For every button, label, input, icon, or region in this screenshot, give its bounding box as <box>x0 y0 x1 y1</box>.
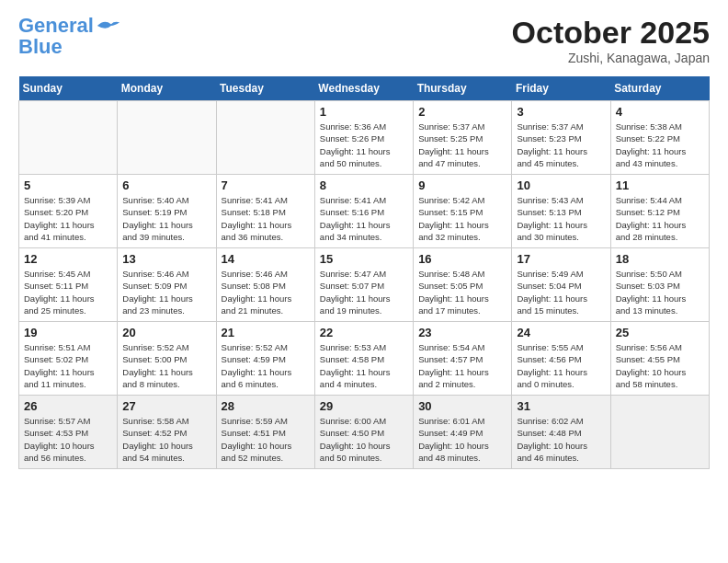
week-row-5: 26Sunrise: 5:57 AM Sunset: 4:53 PM Dayli… <box>19 396 710 469</box>
day-number: 29 <box>320 399 408 413</box>
day-info: Sunrise: 5:56 AM Sunset: 4:55 PM Dayligh… <box>616 341 704 390</box>
weekday-header-monday: Monday <box>118 76 216 101</box>
day-number: 19 <box>24 326 112 339</box>
weekday-header-row: SundayMondayTuesdayWednesdayThursdayFrid… <box>19 76 710 101</box>
week-row-2: 5Sunrise: 5:39 AM Sunset: 5:20 PM Daylig… <box>19 175 710 248</box>
calendar-cell: 19Sunrise: 5:51 AM Sunset: 5:02 PM Dayli… <box>19 322 118 396</box>
weekday-header-friday: Friday <box>512 76 610 101</box>
weekday-header-sunday: Sunday <box>19 76 118 101</box>
day-info: Sunrise: 5:59 AM Sunset: 4:51 PM Dayligh… <box>222 415 310 464</box>
calendar-cell: 24Sunrise: 5:55 AM Sunset: 4:56 PM Dayli… <box>512 322 610 396</box>
day-info: Sunrise: 5:41 AM Sunset: 5:16 PM Dayligh… <box>320 194 408 243</box>
day-number: 22 <box>320 326 408 339</box>
day-number: 27 <box>122 399 210 413</box>
day-info: Sunrise: 5:51 AM Sunset: 5:02 PM Dayligh… <box>24 341 112 390</box>
calendar-cell: 10Sunrise: 5:43 AM Sunset: 5:13 PM Dayli… <box>512 175 610 248</box>
day-info: Sunrise: 5:36 AM Sunset: 5:26 PM Dayligh… <box>320 121 408 169</box>
day-info: Sunrise: 5:37 AM Sunset: 5:23 PM Dayligh… <box>517 121 605 169</box>
calendar-cell <box>118 101 216 175</box>
week-row-1: 1Sunrise: 5:36 AM Sunset: 5:26 PM Daylig… <box>19 101 710 175</box>
day-number: 3 <box>517 105 605 119</box>
calendar-cell <box>216 101 314 175</box>
day-number: 5 <box>24 178 112 192</box>
calendar-cell: 25Sunrise: 5:56 AM Sunset: 4:55 PM Dayli… <box>610 322 709 396</box>
day-info: Sunrise: 5:55 AM Sunset: 4:56 PM Dayligh… <box>517 341 605 390</box>
day-number: 2 <box>418 105 506 119</box>
day-info: Sunrise: 5:49 AM Sunset: 5:04 PM Dayligh… <box>517 268 605 316</box>
day-number: 20 <box>122 326 210 339</box>
calendar-container: General Blue October 2025 Zushi, Kanagaw… <box>0 0 728 478</box>
day-info: Sunrise: 5:46 AM Sunset: 5:08 PM Dayligh… <box>222 268 310 316</box>
calendar-cell: 7Sunrise: 5:41 AM Sunset: 5:18 PM Daylig… <box>216 175 314 248</box>
calendar-cell: 3Sunrise: 5:37 AM Sunset: 5:23 PM Daylig… <box>512 101 610 175</box>
calendar-cell: 23Sunrise: 5:54 AM Sunset: 4:57 PM Dayli… <box>414 322 512 396</box>
day-number: 16 <box>418 252 506 266</box>
day-info: Sunrise: 5:54 AM Sunset: 4:57 PM Dayligh… <box>418 341 506 390</box>
title-block: October 2025 Zushi, Kanagawa, Japan <box>512 15 710 65</box>
calendar-cell: 2Sunrise: 5:37 AM Sunset: 5:25 PM Daylig… <box>414 101 512 175</box>
calendar-cell: 22Sunrise: 5:53 AM Sunset: 4:58 PM Dayli… <box>314 322 413 396</box>
calendar-cell: 12Sunrise: 5:45 AM Sunset: 5:11 PM Dayli… <box>19 248 118 322</box>
calendar-cell: 1Sunrise: 5:36 AM Sunset: 5:26 PM Daylig… <box>314 101 413 175</box>
day-info: Sunrise: 5:58 AM Sunset: 4:52 PM Dayligh… <box>122 415 210 464</box>
day-info: Sunrise: 5:38 AM Sunset: 5:22 PM Dayligh… <box>616 121 704 169</box>
day-number: 1 <box>320 105 408 119</box>
logo-blue: Blue <box>18 37 121 57</box>
day-info: Sunrise: 6:02 AM Sunset: 4:48 PM Dayligh… <box>517 415 605 464</box>
calendar-cell: 8Sunrise: 5:41 AM Sunset: 5:16 PM Daylig… <box>314 175 413 248</box>
day-info: Sunrise: 6:00 AM Sunset: 4:50 PM Dayligh… <box>320 415 408 464</box>
day-info: Sunrise: 5:50 AM Sunset: 5:03 PM Dayligh… <box>616 268 704 316</box>
day-info: Sunrise: 5:52 AM Sunset: 4:59 PM Dayligh… <box>222 341 310 390</box>
day-info: Sunrise: 5:41 AM Sunset: 5:18 PM Dayligh… <box>222 194 310 243</box>
week-row-4: 19Sunrise: 5:51 AM Sunset: 5:02 PM Dayli… <box>19 322 710 396</box>
day-number: 15 <box>320 252 408 266</box>
week-row-3: 12Sunrise: 5:45 AM Sunset: 5:11 PM Dayli… <box>19 248 710 322</box>
calendar-cell: 15Sunrise: 5:47 AM Sunset: 5:07 PM Dayli… <box>314 248 413 322</box>
day-number: 25 <box>616 326 704 339</box>
day-number: 30 <box>418 399 506 413</box>
logo-icon <box>96 17 121 35</box>
calendar-cell: 14Sunrise: 5:46 AM Sunset: 5:08 PM Dayli… <box>216 248 314 322</box>
day-number: 24 <box>517 326 605 339</box>
day-number: 6 <box>122 178 210 192</box>
day-number: 23 <box>418 326 506 339</box>
month-title: October 2025 <box>512 15 710 51</box>
day-info: Sunrise: 5:57 AM Sunset: 4:53 PM Dayligh… <box>24 415 112 464</box>
day-number: 31 <box>517 399 605 413</box>
calendar-cell: 27Sunrise: 5:58 AM Sunset: 4:52 PM Dayli… <box>118 396 216 469</box>
day-number: 13 <box>122 252 210 266</box>
header: General Blue October 2025 Zushi, Kanagaw… <box>18 15 710 65</box>
day-number: 7 <box>222 178 310 192</box>
calendar-cell: 31Sunrise: 6:02 AM Sunset: 4:48 PM Dayli… <box>512 396 610 469</box>
day-number: 11 <box>616 178 704 192</box>
calendar-cell: 9Sunrise: 5:42 AM Sunset: 5:15 PM Daylig… <box>414 175 512 248</box>
day-info: Sunrise: 5:44 AM Sunset: 5:12 PM Dayligh… <box>616 194 704 243</box>
day-number: 14 <box>222 252 310 266</box>
calendar-cell: 20Sunrise: 5:52 AM Sunset: 5:00 PM Dayli… <box>118 322 216 396</box>
day-number: 10 <box>517 178 605 192</box>
weekday-header-wednesday: Wednesday <box>314 76 413 101</box>
calendar-cell: 13Sunrise: 5:46 AM Sunset: 5:09 PM Dayli… <box>118 248 216 322</box>
day-number: 28 <box>222 399 310 413</box>
day-info: Sunrise: 5:37 AM Sunset: 5:25 PM Dayligh… <box>418 121 506 169</box>
weekday-header-saturday: Saturday <box>610 76 709 101</box>
calendar-table: SundayMondayTuesdayWednesdayThursdayFrid… <box>18 76 710 469</box>
calendar-cell: 30Sunrise: 6:01 AM Sunset: 4:49 PM Dayli… <box>414 396 512 469</box>
calendar-cell: 4Sunrise: 5:38 AM Sunset: 5:22 PM Daylig… <box>610 101 709 175</box>
day-info: Sunrise: 5:39 AM Sunset: 5:20 PM Dayligh… <box>24 194 112 243</box>
day-number: 18 <box>616 252 704 266</box>
day-info: Sunrise: 5:40 AM Sunset: 5:19 PM Dayligh… <box>122 194 210 243</box>
calendar-cell: 21Sunrise: 5:52 AM Sunset: 4:59 PM Dayli… <box>216 322 314 396</box>
calendar-cell: 16Sunrise: 5:48 AM Sunset: 5:05 PM Dayli… <box>414 248 512 322</box>
calendar-cell: 18Sunrise: 5:50 AM Sunset: 5:03 PM Dayli… <box>610 248 709 322</box>
logo: General Blue <box>18 15 121 57</box>
day-info: Sunrise: 5:45 AM Sunset: 5:11 PM Dayligh… <box>24 268 112 316</box>
day-number: 9 <box>418 178 506 192</box>
calendar-cell: 26Sunrise: 5:57 AM Sunset: 4:53 PM Dayli… <box>19 396 118 469</box>
location-subtitle: Zushi, Kanagawa, Japan <box>512 51 710 65</box>
day-number: 26 <box>24 399 112 413</box>
day-number: 12 <box>24 252 112 266</box>
day-info: Sunrise: 5:42 AM Sunset: 5:15 PM Dayligh… <box>418 194 506 243</box>
day-info: Sunrise: 5:46 AM Sunset: 5:09 PM Dayligh… <box>122 268 210 316</box>
logo-text: General <box>18 15 94 37</box>
